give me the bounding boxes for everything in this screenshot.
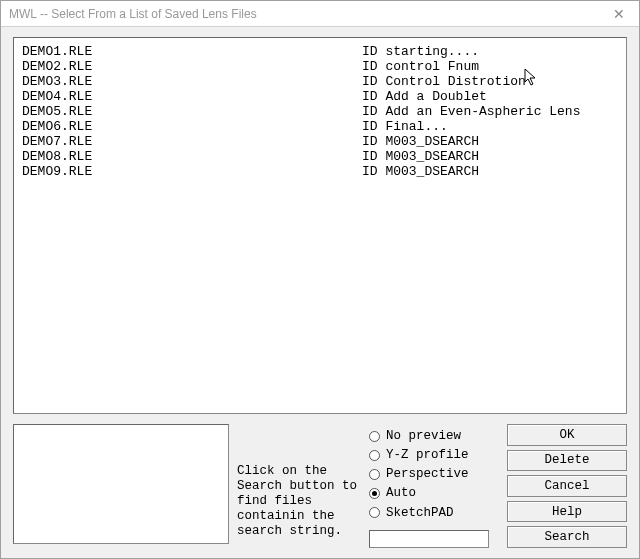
radio-icon xyxy=(369,488,380,499)
preview-box xyxy=(13,424,229,544)
file-name: DEMO6.RLE xyxy=(22,119,362,134)
hint-text: Click on the Search button to find files… xyxy=(237,422,361,548)
list-item[interactable]: DEMO5.RLEID Add an Even-Aspheric Lens xyxy=(22,104,618,119)
file-description: ID control Fnum xyxy=(362,59,618,74)
list-item[interactable]: DEMO1.RLEID starting.... xyxy=(22,44,618,59)
preview-mode-option[interactable]: No preview xyxy=(369,428,499,444)
titlebar: MWL -- Select From a List of Saved Lens … xyxy=(1,1,639,27)
file-name: DEMO3.RLE xyxy=(22,74,362,89)
radio-label: No preview xyxy=(386,429,461,443)
radio-label: Auto xyxy=(386,486,416,500)
file-name: DEMO9.RLE xyxy=(22,164,362,179)
preview-mode-option[interactable]: Perspective xyxy=(369,466,499,482)
list-item[interactable]: DEMO6.RLEID Final... xyxy=(22,119,618,134)
radio-label: Y-Z profile xyxy=(386,448,469,462)
file-description: ID M003_DSEARCH xyxy=(362,149,618,164)
list-item[interactable]: DEMO7.RLEID M003_DSEARCH xyxy=(22,134,618,149)
preview-mode-option[interactable]: SketchPAD xyxy=(369,505,499,521)
file-description: ID Add a Doublet xyxy=(362,89,618,104)
file-name: DEMO5.RLE xyxy=(22,104,362,119)
file-description: ID Control Distrotion xyxy=(362,74,618,89)
radio-icon xyxy=(369,507,380,518)
radio-icon xyxy=(369,469,380,480)
file-description: ID Final... xyxy=(362,119,618,134)
button-column: OK Delete Cancel Help Search xyxy=(507,422,627,548)
preview-mode-option[interactable]: Y-Z profile xyxy=(369,447,499,463)
file-name: DEMO2.RLE xyxy=(22,59,362,74)
search-input[interactable] xyxy=(369,530,489,548)
delete-button[interactable]: Delete xyxy=(507,450,627,472)
file-description: ID M003_DSEARCH xyxy=(362,134,618,149)
list-item[interactable]: DEMO3.RLEID Control Distrotion xyxy=(22,74,618,89)
help-button[interactable]: Help xyxy=(507,501,627,523)
radio-label: Perspective xyxy=(386,467,469,481)
cancel-button[interactable]: Cancel xyxy=(507,475,627,497)
radio-label: SketchPAD xyxy=(386,506,454,520)
bottom-panel: Click on the Search button to find files… xyxy=(13,422,627,548)
radio-icon xyxy=(369,431,380,442)
close-icon[interactable]: ✕ xyxy=(607,6,631,22)
file-name: DEMO1.RLE xyxy=(22,44,362,59)
dialog-window: MWL -- Select From a List of Saved Lens … xyxy=(0,0,640,559)
preview-mode-option[interactable]: Auto xyxy=(369,485,499,501)
preview-mode-group: No previewY-Z profilePerspectiveAutoSket… xyxy=(369,422,499,548)
file-name: DEMO7.RLE xyxy=(22,134,362,149)
ok-button[interactable]: OK xyxy=(507,424,627,446)
file-name: DEMO4.RLE xyxy=(22,89,362,104)
dialog-body: DEMO1.RLEID starting....DEMO2.RLEID cont… xyxy=(1,27,639,558)
file-description: ID M003_DSEARCH xyxy=(362,164,618,179)
file-description: ID Add an Even-Aspheric Lens xyxy=(362,104,618,119)
file-name: DEMO8.RLE xyxy=(22,149,362,164)
list-item[interactable]: DEMO2.RLEID control Fnum xyxy=(22,59,618,74)
window-title: MWL -- Select From a List of Saved Lens … xyxy=(9,7,257,21)
list-item[interactable]: DEMO8.RLEID M003_DSEARCH xyxy=(22,149,618,164)
list-item[interactable]: DEMO4.RLEID Add a Doublet xyxy=(22,89,618,104)
search-button[interactable]: Search xyxy=(507,526,627,548)
file-list[interactable]: DEMO1.RLEID starting....DEMO2.RLEID cont… xyxy=(13,37,627,414)
radio-icon xyxy=(369,450,380,461)
file-description: ID starting.... xyxy=(362,44,618,59)
list-item[interactable]: DEMO9.RLEID M003_DSEARCH xyxy=(22,164,618,179)
